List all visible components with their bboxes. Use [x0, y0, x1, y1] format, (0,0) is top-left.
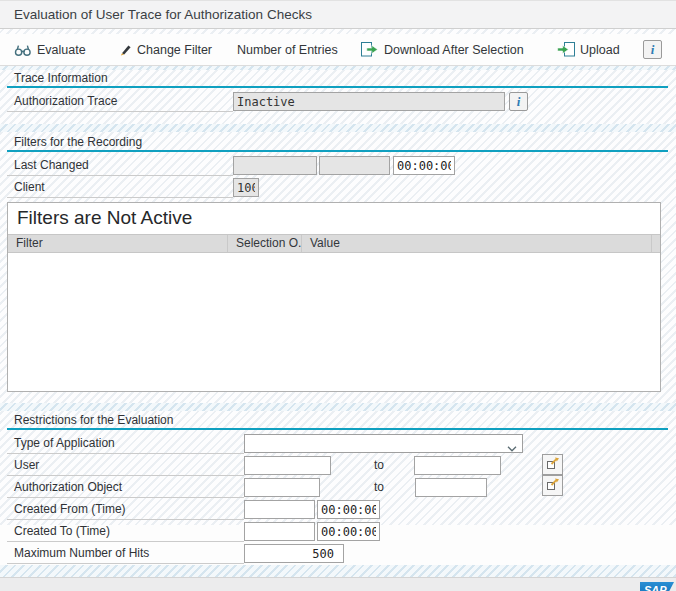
column-header-selection-option[interactable]: Selection O...	[228, 235, 302, 252]
toolbar-info-button[interactable]: i	[643, 40, 662, 59]
created-to-time-field[interactable]	[317, 522, 380, 541]
created-from-date-field[interactable]	[244, 500, 315, 519]
user-multiple-selection-button[interactable]	[542, 454, 563, 475]
filters-table-header: Filter Selection O... Value	[8, 234, 660, 253]
section-divider	[0, 403, 676, 411]
created-from-time-label: Created From (Time)	[7, 500, 244, 520]
sap-window: Evaluation of User Trace for Authorizati…	[0, 0, 676, 591]
change-filter-button-label: Change Filter	[137, 43, 212, 57]
filters-recording-section-title: Filters for the Recording	[14, 135, 142, 149]
maximum-number-of-hits-label: Maximum Number of Hits	[7, 544, 244, 564]
authorization-object-multiple-selection-button[interactable]	[542, 475, 563, 496]
title-bar: Evaluation of User Trace for Authorizati…	[0, 0, 676, 29]
page-title: Evaluation of User Trace for Authorizati…	[14, 1, 312, 29]
section-underline	[7, 150, 668, 152]
info-icon: i	[651, 42, 655, 57]
user-label: User	[7, 456, 244, 476]
column-header-filter[interactable]: Filter	[8, 235, 228, 252]
user-to-word: to	[374, 458, 384, 472]
section-divider	[0, 66, 676, 70]
application-toolbar: Evaluate Change Filter Number of Entries	[0, 34, 676, 66]
number-of-entries-button-label: Number of Entries	[237, 43, 338, 57]
last-changed-time-field	[393, 156, 455, 175]
type-of-application-dropdown[interactable]	[244, 434, 523, 453]
sap-logo: SAP	[640, 582, 674, 591]
authorization-trace-label: Authorization Trace	[7, 92, 233, 112]
restrictions-section-title: Restrictions for the Evaluation	[14, 413, 173, 427]
created-to-time-label: Created To (Time)	[7, 522, 244, 542]
section-divider	[0, 565, 676, 577]
authorization-trace-field	[233, 92, 505, 111]
created-to-date-field[interactable]	[244, 522, 315, 541]
trace-information-section-title: Trace Information	[14, 71, 108, 85]
download-after-selection-button-label: Download After Selection	[384, 43, 524, 57]
status-bar	[0, 577, 676, 591]
type-of-application-value	[245, 435, 248, 449]
section-divider	[0, 124, 676, 132]
document-export-icon	[361, 42, 379, 57]
section-underline	[7, 86, 668, 88]
last-changed-date-field	[233, 156, 317, 175]
maximum-number-of-hits-field[interactable]	[244, 544, 344, 563]
user-from-field[interactable]	[244, 456, 331, 475]
filters-table-body	[8, 254, 660, 391]
authorization-object-to-field[interactable]	[415, 478, 487, 497]
section-underline	[7, 428, 668, 430]
authorization-object-from-field[interactable]	[244, 478, 320, 497]
type-of-application-label: Type of Application	[7, 434, 244, 454]
created-from-time-field[interactable]	[317, 500, 380, 519]
change-filter-button[interactable]: Change Filter	[118, 34, 212, 65]
number-of-entries-button[interactable]: Number of Entries	[237, 34, 338, 65]
client-field	[233, 178, 259, 197]
chevron-down-icon	[507, 441, 517, 455]
info-icon: i	[517, 94, 521, 109]
filters-status-heading: Filters are Not Active	[17, 207, 192, 229]
download-after-selection-button[interactable]: Download After Selection	[361, 34, 524, 65]
authorization-object-to-word: to	[374, 480, 384, 494]
last-changed-user-field	[319, 156, 390, 175]
last-changed-label: Last Changed	[7, 156, 233, 176]
column-header-value[interactable]: Value	[302, 235, 652, 252]
column-header-spacer	[652, 235, 660, 252]
client-label: Client	[7, 178, 233, 198]
upload-button[interactable]: Upload	[557, 34, 620, 65]
authorization-object-label: Authorization Object	[7, 478, 244, 498]
upload-button-label: Upload	[580, 43, 620, 57]
pencil-icon	[118, 43, 132, 57]
user-to-field[interactable]	[414, 456, 501, 475]
multiple-selection-icon	[546, 456, 560, 473]
evaluate-button-label: Evaluate	[37, 43, 86, 57]
glasses-icon	[14, 43, 32, 57]
trace-info-button[interactable]: i	[509, 92, 528, 111]
multiple-selection-icon	[546, 477, 560, 494]
filters-table-container: Filters are Not Active Filter Selection …	[7, 202, 661, 392]
document-import-icon	[557, 42, 575, 57]
evaluate-button[interactable]: Evaluate	[14, 34, 86, 65]
